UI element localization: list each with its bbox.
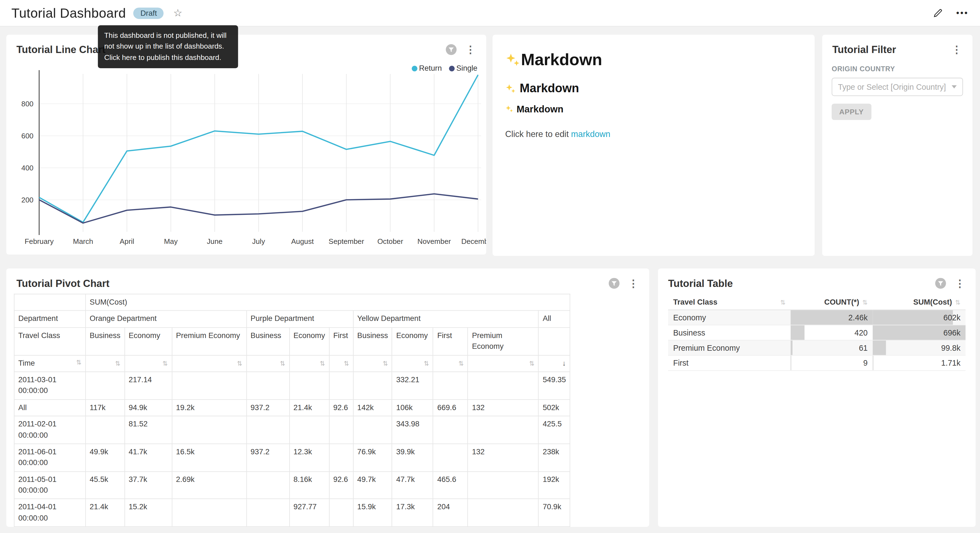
pivot-cell [289, 416, 329, 444]
card-filter: Tutorial Filter ⋮ ORIGIN COUNTRY Type or… [822, 35, 972, 256]
pivot-cell [353, 416, 392, 444]
pivot-cell: 37.7k [124, 471, 172, 499]
pivot-col-header-label: Premium Economy [176, 331, 240, 340]
filter-funnel-icon[interactable] [934, 277, 946, 289]
pivot-cell: 17.3k [392, 499, 433, 527]
pivot-sort-cell: ⇅ [433, 355, 468, 372]
svg-text:May: May [164, 237, 178, 246]
markdown-footer-text: Click here to edit [505, 129, 571, 139]
cell-value: 99.8k [873, 341, 966, 354]
card-pivot-chart: Tutorial Pivot Chart ⋮ SUM(Cost)Departme… [6, 268, 649, 527]
sort-desc-icon[interactable]: ↓ [562, 359, 566, 367]
pivot-col-header: First [433, 327, 468, 355]
pivot-col-group: Orange Department [86, 311, 247, 327]
pivot-sort-cell: ⇅ [247, 355, 290, 372]
favorite-star-icon[interactable]: ☆ [173, 7, 183, 19]
pivot-metric-label-label: SUM(Cost) [90, 297, 127, 306]
cell-value: 420 [791, 326, 873, 340]
pivot-metric-label: SUM(Cost) [86, 294, 570, 311]
pivot-cell: 106k [392, 399, 433, 416]
more-menu-icon[interactable]: ••• [956, 8, 969, 18]
markdown-h2: Markdown [505, 81, 802, 95]
legend-item-return[interactable]: Return [412, 64, 442, 73]
card-header: Tutorial Pivot Chart ⋮ [6, 268, 649, 289]
pivot-col-header-label: First [437, 331, 452, 340]
dashboard: Tutorial Dashboard Draft ☆ ••• This dash… [0, 0, 980, 533]
origin-country-select[interactable]: Type or Select [Origin Country] [832, 78, 963, 96]
pivot-cell: 16.5k [172, 444, 247, 471]
pivot-col-header-label: Business [250, 331, 281, 340]
legend-item-single[interactable]: Single [449, 64, 477, 73]
sort-icon[interactable]: ⇅ [458, 360, 464, 367]
pivot-col-header-label: First [333, 331, 348, 340]
pivot-cell: 425.5 [539, 416, 570, 444]
markdown-edit-link[interactable]: markdown [571, 129, 610, 139]
draft-badge[interactable]: Draft [134, 7, 164, 19]
pivot-row-label: 2011-02-01 00:00:00 [14, 416, 85, 444]
sort-icon[interactable]: ⇅ [862, 299, 868, 306]
sort-icon[interactable]: ⇅ [780, 299, 785, 306]
pivot-col-header-label: Economy [293, 331, 325, 340]
pivot-col-header-label: Business [357, 331, 388, 340]
table-header-label: COUNT(*) [824, 297, 859, 306]
sort-icon[interactable]: ⇅ [237, 360, 242, 367]
header-actions: ••• [933, 8, 969, 18]
legend-label: Return [419, 64, 442, 73]
pivot-cell: 47.7k [392, 471, 433, 499]
kebab-menu-icon[interactable]: ⋮ [626, 277, 640, 289]
pivot-cell: 343.98 [392, 416, 433, 444]
pivot-cell: 937.2 [247, 444, 290, 471]
sort-icon[interactable]: ⇅ [76, 358, 81, 367]
pivot-cell: 39.9k [392, 444, 433, 471]
svg-text:March: March [73, 237, 93, 246]
card-title: Tutorial Filter [832, 44, 950, 55]
sort-icon[interactable]: ⇅ [344, 360, 349, 367]
sparkles-icon [505, 52, 520, 67]
kebab-menu-icon[interactable]: ⋮ [953, 277, 967, 289]
sort-icon[interactable]: ⇅ [955, 299, 960, 306]
publish-tooltip[interactable]: This dashboard is not published, it will… [98, 26, 238, 68]
sort-icon[interactable]: ⇅ [529, 360, 535, 367]
sort-icon[interactable]: ⇅ [383, 360, 388, 367]
pivot-cell: 204 [433, 499, 468, 527]
sort-icon[interactable]: ⇅ [320, 360, 325, 367]
pivot-col-group: Purple Department [247, 311, 353, 327]
filter-funnel-icon[interactable] [608, 277, 620, 289]
sort-icon[interactable]: ⇅ [280, 360, 285, 367]
table-cell-travel-class: Premium Economy [668, 340, 791, 356]
sort-icon[interactable]: ⇅ [162, 360, 168, 367]
pivot-cell: 92.6 [329, 399, 353, 416]
caret-down-icon [951, 85, 956, 88]
markdown-h3-text: Markdown [517, 104, 563, 114]
sort-icon[interactable]: ⇅ [424, 360, 429, 367]
svg-text:November: November [417, 237, 451, 246]
data-table: Travel Class⇅COUNT(*)⇅SUM(Cost)⇅Economy2… [668, 294, 966, 371]
sort-icon[interactable]: ⇅ [115, 360, 120, 367]
pivot-sort-cell: ⇅ [353, 355, 392, 372]
svg-text:600: 600 [21, 132, 33, 140]
pivot-col-group-label: Yellow Department [357, 314, 420, 323]
pivot-cell: 45.5k [86, 471, 124, 499]
edit-pencil-icon[interactable] [933, 8, 943, 18]
kebab-menu-icon[interactable]: ⋮ [950, 44, 963, 56]
pivot-cell: 117k [86, 399, 124, 416]
svg-text:February: February [25, 237, 54, 246]
table-cell: 602k [873, 310, 966, 325]
pivot-row: 2011-02-01 00:00:0081.52343.98425.5 [14, 416, 570, 444]
table-header-travel-class[interactable]: Travel Class⇅ [668, 294, 791, 310]
svg-text:July: July [252, 237, 265, 246]
pivot-row-dim-time-label: Time [18, 359, 35, 367]
table-header-count[interactable]: COUNT(*)⇅ [791, 294, 873, 310]
pivot-sort-cell: ⇅ [172, 355, 247, 372]
table-row: Premium Economy6199.8k [668, 340, 966, 356]
pivot-cell [247, 416, 290, 444]
apply-button[interactable]: APPLY [832, 104, 872, 120]
pivot-col-header-label: Economy [129, 331, 160, 340]
table-header-sum-cost[interactable]: SUM(Cost)⇅ [873, 294, 966, 310]
pivot-cell: 15.2k [124, 499, 172, 527]
card-markdown: Markdown Markdown Markdown Click here to… [493, 35, 815, 256]
svg-text:October: October [377, 237, 403, 246]
pivot-cell [86, 372, 124, 399]
dashboard-title: Tutorial Dashboard [11, 5, 126, 21]
pivot-cell: 19.2k [172, 399, 247, 416]
